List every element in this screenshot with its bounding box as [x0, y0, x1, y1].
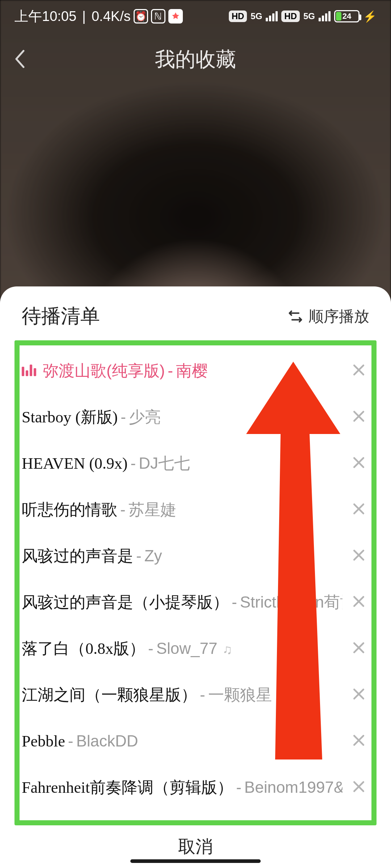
status-bar: 上午10:05 | 0.4K/s ⏰ ℕ HD 5G HD 5G 24 ⚡ — [0, 0, 391, 33]
signal-icon-2 — [319, 11, 331, 21]
song-main: 江湖之间（一颗狼星版） - 一颗狼星 — [22, 684, 342, 706]
battery-icon: 24 — [334, 10, 360, 22]
song-artist: DJ七七 — [139, 453, 190, 474]
song-row[interactable]: Starboy (新版) - 少亮 — [22, 394, 369, 440]
status-net-speed: 0.4K/s — [92, 9, 131, 24]
song-separator: - — [120, 501, 126, 519]
song-artist: BlackDD — [76, 732, 138, 750]
song-row[interactable]: HEAVEN (0.9x) - DJ七七 — [22, 440, 369, 486]
song-main: Pebble - BlackDD — [22, 732, 342, 750]
app-indicator-icon — [168, 9, 183, 24]
playlist-list[interactable]: 弥渡山歌(纯享版) - 南樱Starboy (新版) - 少亮HEAVEN (0… — [14, 340, 377, 825]
song-main: 弥渡山歌(纯享版) - 南樱 — [22, 360, 342, 382]
hd-badge-1: HD — [229, 10, 247, 22]
remove-song-button[interactable] — [348, 545, 369, 567]
remove-song-button[interactable] — [348, 776, 369, 799]
now-playing-icon — [22, 365, 36, 376]
sheet-header: 待播清单 顺序播放 — [0, 286, 391, 340]
signal-icon-1 — [266, 11, 278, 21]
network-5g-2: 5G — [303, 11, 315, 21]
battery-percent: 24 — [335, 12, 358, 21]
back-button[interactable] — [14, 50, 25, 69]
alarm-icon: ⏰ — [134, 9, 148, 24]
song-row[interactable]: 风骇过的声音是（小提琴版） - Strictlyviolin荀博… — [22, 579, 369, 625]
song-separator: - — [121, 408, 126, 426]
home-indicator[interactable] — [130, 859, 261, 863]
song-title: 风骇过的声音是 — [22, 545, 133, 567]
song-main: 风骇过的声音是（小提琴版） - Strictlyviolin荀博… — [22, 592, 342, 613]
sheet-title: 待播清单 — [22, 303, 100, 329]
song-separator: - — [148, 639, 154, 658]
song-artist: Slow_77 — [156, 639, 218, 658]
song-title: Starboy (新版) — [22, 407, 118, 428]
remove-song-button[interactable] — [348, 684, 369, 706]
song-separator: - — [136, 547, 142, 565]
song-artist: 苏星婕 — [129, 499, 176, 520]
song-row[interactable]: 落了白（0.8x版） - Slow_77♫ — [22, 625, 369, 672]
remove-song-button[interactable] — [348, 591, 369, 613]
song-row[interactable]: 江湖之间（一颗狼星版） - 一颗狼星 — [22, 672, 369, 718]
song-title: 落了白（0.8x版） — [22, 638, 145, 659]
remove-song-button[interactable] — [348, 498, 369, 521]
remove-song-button[interactable] — [348, 637, 369, 660]
play-mode-label: 顺序播放 — [308, 306, 369, 327]
song-separator: - — [236, 778, 241, 796]
song-artist: 南樱 — [176, 360, 208, 382]
charging-icon: ⚡ — [363, 10, 377, 23]
hd-badge-2: HD — [281, 10, 300, 22]
song-row[interactable]: Fahrenheit前奏降调（剪辑版） - Beinom1997&Mu… — [22, 764, 369, 810]
song-artist: 一颗狼星 — [208, 684, 272, 706]
remove-song-button[interactable] — [348, 452, 369, 475]
song-artist: Zy — [144, 547, 162, 565]
song-main: Starboy (新版) - 少亮 — [22, 407, 342, 428]
song-artist: 少亮 — [129, 407, 161, 428]
page-header: 我的收藏 — [0, 36, 391, 83]
song-separator: - — [232, 593, 237, 611]
song-separator: - — [131, 454, 136, 472]
song-title: HEAVEN (0.9x) — [22, 454, 128, 473]
network-5g-1: 5G — [251, 11, 262, 21]
song-title: 江湖之间（一颗狼星版） — [22, 684, 197, 706]
song-main: 风骇过的声音是 - Zy — [22, 545, 342, 567]
song-artist: Strictlyviolin荀博… — [240, 592, 342, 613]
music-note-icon: ♫ — [222, 642, 232, 657]
status-separator: | — [82, 9, 86, 24]
song-title: 风骇过的声音是（小提琴版） — [22, 592, 229, 613]
sequential-play-icon — [287, 309, 303, 324]
play-mode-button[interactable]: 顺序播放 — [287, 306, 369, 327]
song-title: Fahrenheit前奏降调（剪辑版） — [22, 777, 233, 798]
song-main: Fahrenheit前奏降调（剪辑版） - Beinom1997&Mu… — [22, 777, 342, 798]
song-separator: - — [68, 732, 73, 750]
remove-song-button[interactable] — [348, 359, 369, 382]
status-right: HD 5G HD 5G 24 ⚡ — [229, 10, 377, 23]
status-time: 上午10:05 — [14, 7, 76, 26]
song-artist: Beinom1997&Mu… — [244, 778, 342, 796]
playlist-sheet: 待播清单 顺序播放 弥渡山歌(纯享版) - 南樱Starboy (新版) - 少… — [0, 286, 391, 868]
song-separator: - — [168, 362, 173, 380]
song-row[interactable]: Pebble - BlackDD — [22, 718, 369, 764]
page-title: 我的收藏 — [155, 46, 236, 73]
remove-song-button[interactable] — [348, 730, 369, 752]
song-row[interactable]: 弥渡山歌(纯享版) - 南樱 — [22, 348, 369, 394]
cancel-label: 取消 — [178, 835, 213, 858]
song-title: 弥渡山歌(纯享版) — [43, 360, 165, 382]
song-main: 落了白（0.8x版） - Slow_77♫ — [22, 638, 342, 659]
song-main: HEAVEN (0.9x) - DJ七七 — [22, 453, 342, 474]
nfc-icon: ℕ — [151, 9, 165, 24]
song-title: Pebble — [22, 732, 65, 750]
song-row[interactable]: 风骇过的声音是 - Zy — [22, 533, 369, 579]
song-separator: - — [200, 686, 205, 704]
remove-song-button[interactable] — [348, 406, 369, 428]
status-left: 上午10:05 | 0.4K/s ⏰ ℕ — [14, 7, 183, 26]
song-title: 听悲伤的情歌 — [22, 499, 117, 520]
song-row[interactable]: 听悲伤的情歌 - 苏星婕 — [22, 486, 369, 533]
song-main: 听悲伤的情歌 - 苏星婕 — [22, 499, 342, 520]
